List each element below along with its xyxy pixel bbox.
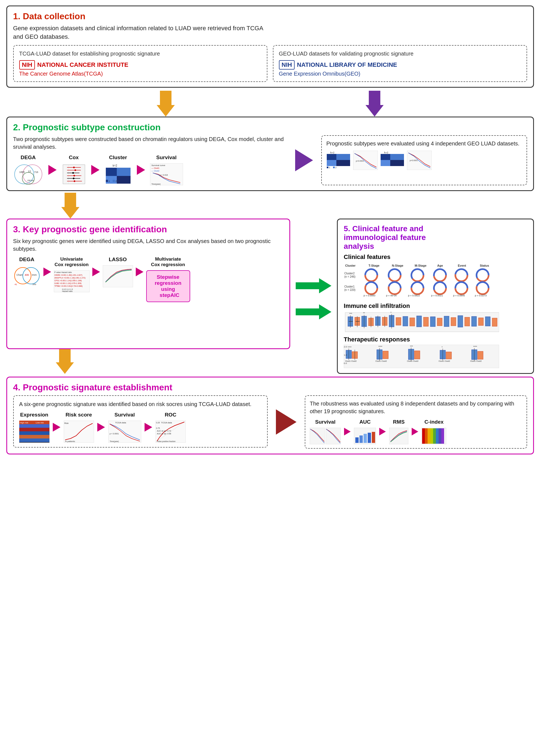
- geo-box-text: GEO-LUAD datasets for validating prognos…: [279, 50, 521, 58]
- svg-rect-206: [355, 437, 359, 443]
- section2-box: 2. Prognostic subtype construction Two p…: [6, 116, 534, 191]
- svg-rect-216: [430, 428, 433, 444]
- svg-text:Cluster: Cluster: [345, 264, 356, 267]
- s3-univariate: UnivariateCox regression P value Hazard …: [54, 256, 89, 292]
- svg-text:TP5B2 <0.001 0.81(0.734-0.888): TP5B2 <0.001 0.81(0.734-0.888): [55, 285, 83, 287]
- s3-lasso-chart: [103, 265, 133, 287]
- section1-box: 1. Data collection Gene expression datas…: [6, 6, 534, 88]
- svg-text:0.0: 0.0: [344, 362, 347, 365]
- s4r-rms-chart: [389, 428, 408, 444]
- section2-desc: Two prognostic subtypes were constructed…: [13, 135, 287, 151]
- dega-venn-chart: 1885 13 716 DEGA: [13, 163, 44, 185]
- svg-text:p<0.0001: p<0.0001: [410, 159, 418, 162]
- svg-text:Clust1 Clust2: Clust1 Clust2: [407, 360, 419, 362]
- svg-text:Risk: Risk: [64, 422, 69, 424]
- section2-right-desc: Prognostic subtypes were evaluated using…: [326, 140, 522, 147]
- svg-point-14: [72, 172, 74, 174]
- svg-text:p = 4e-04: p = 4e-04: [386, 294, 397, 297]
- orange-shaft-1: [160, 91, 172, 105]
- therapeutic-boxplots: Clust1 Clust2 **** Clust1 Clust2 **** Cl…: [344, 345, 527, 368]
- section1-inner: TCGA-LUAD dataset for establishing progn…: [13, 45, 527, 82]
- svg-rect-211: [389, 428, 408, 444]
- svg-point-18: [73, 178, 74, 179]
- svg-text:13: 13: [28, 170, 31, 173]
- svg-text:CPS1  <0.001 1.14(1.050-1.196): CPS1 <0.001 1.14(1.050-1.196): [55, 280, 81, 282]
- svg-rect-209: [368, 433, 371, 443]
- svg-text:**: **: [363, 312, 365, 315]
- analysis-dega: DEGA 1885 13 716 DEGA: [13, 155, 44, 185]
- orange-head-3: [56, 362, 74, 374]
- section5-title: 5. Clinical feature and immunological fe…: [344, 224, 527, 251]
- svg-text:Clust1 Clust2: Clust1 Clust2: [375, 360, 387, 362]
- svg-text:p<0.0001: p<0.0001: [356, 160, 364, 162]
- geo-box: GEO-LUAD datasets for validating prognos…: [273, 45, 527, 82]
- svg-text:(n = 220): (n = 220): [344, 288, 355, 291]
- svg-rect-207: [359, 435, 363, 443]
- section4-box: 4. Prognostic signature establishment A …: [6, 377, 534, 454]
- svg-text:*: *: [390, 311, 392, 314]
- svg-text:Event: Event: [458, 264, 466, 267]
- pink-arrow-s3-2: [92, 267, 100, 276]
- section4-inner: A six-gene prognostic signature was iden…: [13, 395, 527, 449]
- svg-text:False positive fraction: False positive fraction: [157, 440, 176, 443]
- svg-text:Time(year): Time(year): [110, 440, 119, 443]
- survival-label: Survival: [156, 155, 177, 161]
- therapeutic-label: Therapeutic responses: [344, 336, 527, 343]
- green-arrow-svg-2: [296, 304, 332, 319]
- svg-marker-71: [296, 278, 332, 293]
- svg-text:Clust1 Clust2: Clust1 Clust2: [345, 360, 357, 362]
- s4r-cindex: C-index: [422, 419, 446, 444]
- svg-text:349: 349: [33, 283, 36, 286]
- arrow-row-2: [6, 194, 534, 219]
- svg-text:ANGPTL4 <0.001 1.16(1.061-1.27: ANGPTL4 <0.001 1.16(1.061-1.272): [55, 277, 85, 279]
- svg-rect-162: [414, 351, 420, 359]
- s4-expression: Expression High risk: [19, 412, 50, 443]
- svg-rect-134: [417, 316, 422, 327]
- cox-chart: [62, 163, 86, 185]
- svg-text:41: 41: [15, 283, 17, 286]
- section4-right-box: The robustness was evaluated using 8 ind…: [305, 395, 527, 449]
- nlm-text: NATIONAL LIBRARY OF MEDICINE: [297, 61, 397, 69]
- svg-rect-141: [465, 317, 470, 326]
- section2-right-box: Prognostic subtypes were evaluated using…: [321, 135, 527, 185]
- svg-text:p = 0.5822: p = 0.5822: [408, 294, 420, 297]
- section4-title: 4. Prognostic signature establishment: [13, 382, 527, 392]
- svg-text:*: *: [442, 346, 443, 349]
- purple-arrow-to-right: [292, 135, 316, 185]
- svg-rect-172: [477, 351, 483, 359]
- nih-logo-blue: NIH: [279, 60, 295, 70]
- svg-rect-22: [106, 168, 117, 176]
- cluster-label: Cluster: [109, 155, 127, 161]
- orange-shaft-2: [65, 193, 76, 207]
- svg-text:****: ****: [473, 345, 477, 348]
- svg-text:GJB2  <0.001 1.10(1.079-1.309): GJB2 <0.001 1.10(1.079-1.309): [55, 282, 81, 284]
- s4-survival-label: Survival: [115, 412, 135, 418]
- section1-title: 1. Data collection: [13, 11, 527, 21]
- immune-boxplot-chart: *** ** *: [344, 311, 499, 333]
- svg-text:***: ***: [410, 345, 413, 348]
- s3-lasso-label: LASSO: [109, 256, 127, 262]
- svg-text:DEGA: DEGA: [28, 179, 34, 182]
- svg-rect-40: [337, 160, 350, 166]
- svg-text:k=2: k=2: [113, 164, 117, 167]
- svg-point-20: [73, 180, 75, 182]
- s3-multivariate-label: MultivariateCox regression: [151, 256, 185, 267]
- svg-text:Low risk: Low risk: [36, 421, 44, 424]
- main-container: 1. Data collection Gene expression datas…: [6, 6, 534, 454]
- green-arrow-svg-1: [296, 278, 332, 293]
- cox-label: Cox: [69, 155, 79, 161]
- middle-row: 3. Key prognostic gene identification Si…: [6, 219, 534, 374]
- svg-text:Hazard ratio: Hazard ratio: [62, 290, 72, 292]
- s3-lasso: LASSO: [103, 256, 133, 287]
- purple-shaft-1: [369, 91, 380, 105]
- svg-text:p < 0.0001: p < 0.0001: [110, 433, 119, 435]
- svg-rect-143: [478, 318, 483, 326]
- s4-roc: ROC TCGA data AUC at 1yr: 0.72 AUC at 3y…: [156, 412, 186, 443]
- svg-rect-210: [372, 432, 375, 443]
- section3-analysis-row: DEGA Chart 406 Imm 41 349: [13, 256, 283, 302]
- s4r-survival: Survival: [310, 419, 341, 444]
- s3-multivariate: MultivariateCox regression Stepwiseregre…: [146, 256, 190, 302]
- svg-rect-38: [337, 154, 350, 160]
- svg-text:****: ****: [347, 346, 352, 349]
- stepwise-box: Stepwiseregressionusing stepAIC: [146, 270, 190, 302]
